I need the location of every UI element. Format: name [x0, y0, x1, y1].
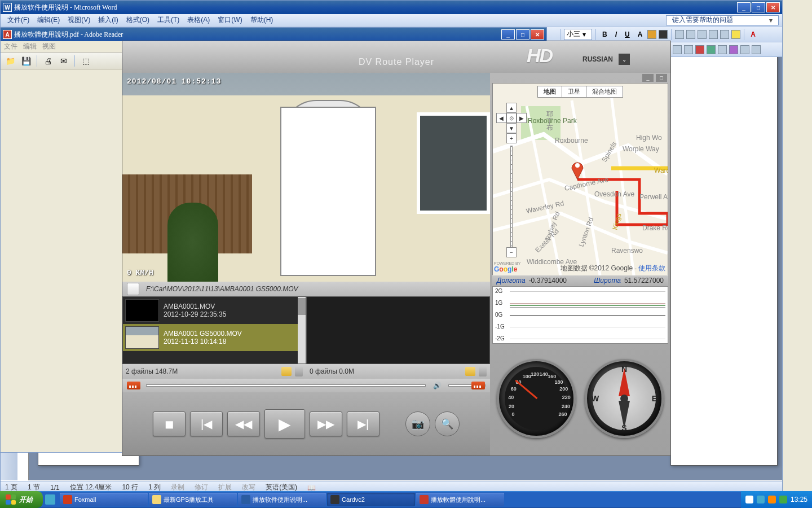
tool-icon[interactable]: [718, 45, 727, 54]
tray-icon[interactable]: [779, 496, 787, 503]
taskbar-task[interactable]: 播放軟體使用說明...: [416, 493, 504, 506]
speaker-icon[interactable]: 🔊: [431, 381, 443, 390]
map-tab-satellite[interactable]: 卫星: [562, 86, 586, 97]
print-icon[interactable]: 🖨: [42, 55, 54, 67]
zoom-button[interactable]: 🔍: [435, 411, 460, 436]
language-selector[interactable]: RUSSIAN ⌄: [582, 54, 630, 65]
zoom-in-button[interactable]: +: [506, 133, 517, 143]
italic-button[interactable]: I: [612, 29, 620, 40]
increase-indent-icon[interactable]: [720, 30, 729, 39]
help-search-box[interactable]: 键入需要帮助的问题▾: [666, 15, 779, 25]
rewind-button[interactable]: ◀◀: [227, 411, 260, 436]
pan-up-button[interactable]: ▲: [506, 103, 517, 113]
tray-icon[interactable]: [745, 496, 753, 503]
delete-icon[interactable]: [295, 366, 303, 376]
tool-icon[interactable]: [684, 45, 693, 54]
maximize-button[interactable]: □: [516, 29, 529, 40]
minimize-button[interactable]: _: [737, 2, 751, 12]
map-tab-hybrid[interactable]: 混合地图: [586, 86, 623, 97]
file-list-item[interactable]: AMBA0001 GS5000.MOV 2012-11-13 10:14:18: [123, 324, 306, 351]
open-folder-icon[interactable]: [465, 367, 475, 376]
email-icon[interactable]: ✉: [58, 55, 70, 67]
quick-launch-icon[interactable]: [45, 494, 55, 505]
panel-minimize-button[interactable]: _: [642, 74, 654, 82]
status-book-icon[interactable]: 📖: [307, 484, 316, 492]
highlight-icon[interactable]: [731, 30, 740, 39]
menu-table[interactable]: 表格(A): [184, 14, 213, 26]
disk-icon[interactable]: [127, 283, 139, 295]
bold-button[interactable]: B: [599, 29, 610, 40]
seek-track[interactable]: [146, 384, 426, 387]
char-border-icon[interactable]: [647, 30, 656, 39]
taskbar-task[interactable]: Cardvc2: [327, 493, 415, 506]
align-left-icon[interactable]: [675, 30, 684, 39]
font-color-button[interactable]: A: [748, 29, 758, 40]
open-folder-icon[interactable]: [281, 367, 292, 376]
save-icon[interactable]: 💾: [20, 55, 32, 67]
adobe-titlebar[interactable]: A 播放軟體使用說明.pdf - Adobe Reader _ □ ✕: [1, 28, 546, 41]
terms-link[interactable]: 使用条款: [638, 264, 665, 272]
tool-icon[interactable]: [707, 45, 716, 54]
adobe-menu-view[interactable]: 视图: [42, 42, 56, 51]
adobe-menu-edit[interactable]: 编辑: [23, 42, 37, 51]
prev-track-button[interactable]: |◀: [190, 411, 223, 436]
snapshot-button[interactable]: 📷: [405, 411, 430, 436]
pan-home-button[interactable]: ⊙: [506, 113, 517, 123]
font-size-dropdown[interactable]: 小三▾: [564, 29, 592, 40]
zoom-out-button[interactable]: −: [506, 247, 517, 257]
stop-button[interactable]: ◼: [153, 411, 186, 436]
taskbar-task[interactable]: 最新GPS播放工具: [149, 493, 237, 506]
tool-icon[interactable]: [740, 45, 749, 54]
taskbar-task[interactable]: 播放软件使用说明...: [238, 493, 326, 506]
seek-position-marker[interactable]: ∎∎∎: [127, 382, 140, 389]
source-file-list[interactable]: AMBA0001.MOV 2012-10-29 22:35:35 AMBA000…: [122, 296, 306, 364]
volume-track[interactable]: ∎∎∎: [448, 384, 486, 387]
menu-file[interactable]: 文件(F): [4, 14, 33, 26]
start-button[interactable]: 开始: [0, 491, 43, 508]
menu-help[interactable]: 帮助(H): [247, 14, 277, 26]
play-button[interactable]: ▶: [264, 409, 305, 439]
adobe-menu-file[interactable]: 文件: [4, 42, 17, 51]
pan-right-button[interactable]: ▶: [517, 113, 527, 123]
delete-icon[interactable]: [479, 366, 487, 376]
pan-left-button[interactable]: ◀: [496, 113, 506, 123]
tray-clock[interactable]: 13:25: [791, 496, 807, 503]
target-file-list[interactable]: [306, 296, 490, 364]
word-titlebar[interactable]: W 播放软件使用说明 - Microsoft Word _ □ ✕: [1, 1, 782, 14]
video-player[interactable]: 2012/08/01 10:52:13 0 KM/H: [122, 73, 490, 282]
word-page-right[interactable]: [670, 48, 778, 466]
next-track-button[interactable]: ▶|: [347, 411, 379, 436]
maximize-button[interactable]: □: [752, 2, 765, 12]
menu-format[interactable]: 格式(O): [123, 14, 153, 26]
tool-icon[interactable]: [729, 45, 738, 54]
minimize-button[interactable]: _: [501, 29, 515, 40]
volume-marker[interactable]: ∎∎∎: [471, 382, 485, 389]
menu-window[interactable]: 窗口(W): [214, 14, 245, 26]
open-icon[interactable]: 📁: [4, 55, 16, 67]
file-list-item[interactable]: AMBA0001.MOV 2012-10-29 22:35:35: [123, 297, 306, 324]
taskbar-task[interactable]: Foxmail: [60, 493, 148, 506]
numbered-list-icon[interactable]: [686, 30, 695, 39]
menu-view[interactable]: 视图(V): [64, 14, 94, 26]
tool-icon[interactable]: [695, 45, 704, 54]
align-button[interactable]: A: [635, 29, 646, 40]
decrease-indent-icon[interactable]: [709, 30, 718, 39]
map-view[interactable]: 地图 卫星 混合地图 ▲ ◀ ⊙ ▶ ▼ + −: [492, 83, 668, 275]
underline-button[interactable]: U: [622, 29, 633, 40]
map-tab-map[interactable]: 地图: [538, 86, 562, 97]
zoom-slider[interactable]: [510, 146, 513, 247]
page-nav-icon[interactable]: ⬚: [80, 55, 92, 67]
tool-icon[interactable]: [752, 45, 761, 54]
fast-forward-button[interactable]: ▶▶: [310, 411, 342, 436]
pan-down-button[interactable]: ▼: [506, 123, 517, 133]
menu-edit[interactable]: 编辑(E): [34, 14, 63, 26]
close-button[interactable]: ✕: [531, 29, 544, 40]
scrollbar[interactable]: [298, 297, 306, 364]
close-button[interactable]: ✕: [766, 2, 780, 12]
menu-tools[interactable]: 工具(T): [154, 14, 183, 26]
tool-icon[interactable]: [673, 45, 682, 54]
language-dropdown-icon[interactable]: ⌄: [619, 54, 630, 65]
char-shading-icon[interactable]: [659, 30, 668, 39]
panel-restore-button[interactable]: □: [656, 74, 667, 82]
tray-icon[interactable]: [757, 496, 765, 503]
